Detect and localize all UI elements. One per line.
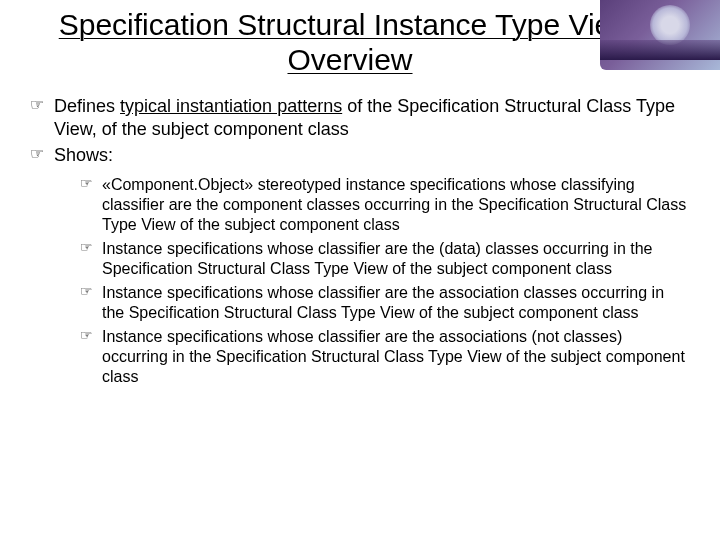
bullet-text: Defines typical instantiation patterns o… [54, 95, 690, 140]
pointing-hand-icon: ☞ [30, 95, 54, 140]
pointing-hand-icon: ☞ [80, 175, 102, 235]
sub-bullet-text: Instance specifications whose classifier… [102, 283, 690, 323]
sub-bullet-text: «Component.Object» stereotyped instance … [102, 175, 690, 235]
decorative-image [600, 0, 720, 70]
bullet-item: ☞ Shows: [30, 144, 690, 167]
pointing-hand-icon: ☞ [30, 144, 54, 167]
sub-bullet-item: ☞ Instance specifications whose classifi… [80, 239, 690, 279]
sub-bullet-text: Instance specifications whose classifier… [102, 239, 690, 279]
pointing-hand-icon: ☞ [80, 327, 102, 387]
pointing-hand-icon: ☞ [80, 283, 102, 323]
sub-bullet-item: ☞ Instance specifications whose classifi… [80, 327, 690, 387]
sub-bullet-text: Instance specifications whose classifier… [102, 327, 690, 387]
bullet-item: ☞ Defines typical instantiation patterns… [30, 95, 690, 140]
pointing-hand-icon: ☞ [80, 239, 102, 279]
bullet-text: Shows: [54, 144, 113, 167]
sub-bullet-list: ☞ «Component.Object» stereotyped instanc… [30, 171, 690, 387]
sub-bullet-item: ☞ «Component.Object» stereotyped instanc… [80, 175, 690, 235]
slide-content: ☞ Defines typical instantiation patterns… [0, 77, 720, 387]
sub-bullet-item: ☞ Instance specifications whose classifi… [80, 283, 690, 323]
